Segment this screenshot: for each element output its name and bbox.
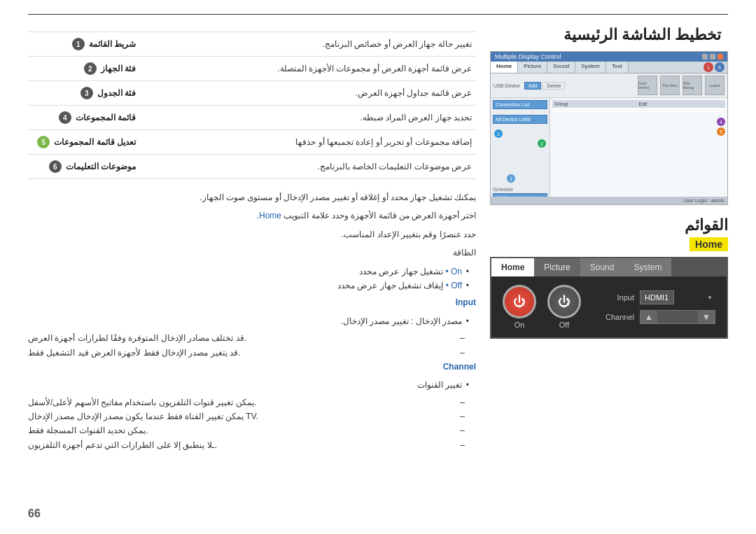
- feature-row-5: إضافة مجموعات أو تحرير أو إعادة تجميعها …: [28, 130, 476, 155]
- ss-tab-system[interactable]: System: [575, 62, 606, 73]
- ss-num-1: 1: [494, 129, 503, 138]
- feature-table-section: تغيير حالة جهاز العرض أو خصائص البرنامج.…: [28, 31, 476, 179]
- ss-all-devices[interactable]: All Device Listtb: [493, 115, 547, 124]
- feature-row-6: عرض موضوعات التعليمات الخاصة بالبرنامج. …: [28, 155, 476, 179]
- ss-icon-logout: Logout: [705, 76, 724, 95]
- tab-home[interactable]: Home: [491, 258, 534, 276]
- ss-tab-sound[interactable]: Sound: [547, 62, 575, 73]
- on-desc: تشغيل جهاز عرض محدد: [359, 267, 443, 276]
- intro-text: يمكنك تشغيل جهاز محدد أو إغلاقه أو تغيير…: [28, 190, 476, 204]
- on-item: On • تشغيل جهاز عرض محدد: [28, 265, 469, 279]
- ss-num-2: 2: [538, 139, 546, 148]
- off-item: Off • إيقاف تشغيل جهاز عرض محدد: [28, 279, 469, 293]
- numbered-label-2: فئة الجهاز 2: [84, 62, 136, 75]
- num-badge-1: 1: [72, 38, 85, 50]
- channel-increment-button[interactable]: ▼: [698, 311, 715, 323]
- feature-row-2: عرض قائمة أجهزة العرض أو مجموعات الأجهزة…: [28, 57, 476, 81]
- top-header: تغيير حالة جهاز العرض أو خصائص البرنامج.…: [28, 26, 728, 452]
- channel-sub4: ـلا ينطبق إلا على الطرازات التي تدعم أجه…: [28, 438, 465, 452]
- tab-system[interactable]: System: [624, 258, 671, 276]
- power-on-button[interactable]: ⏻: [503, 285, 536, 318]
- ss-tab-tool[interactable]: Tool: [606, 62, 629, 73]
- ss-num-4: 4: [717, 118, 725, 126]
- line4-text: الطاقة: [28, 246, 476, 260]
- off-desc: إيقاف تشغيل جهاز عرض محدد: [337, 281, 443, 290]
- ss-badge-1: 1: [704, 62, 713, 72]
- numbered-label-5: تعديل قائمة المجموعات 5: [37, 136, 136, 148]
- page-number: 66: [28, 507, 41, 520]
- input-select[interactable]: HDMI1 HDMI2: [640, 290, 674, 304]
- feature-desc-4: تحديد جهاز العرض المراد ضبطه.: [140, 106, 476, 130]
- channel-heading: Channel: [28, 360, 476, 374]
- feature-label-2: فئة الجهاز 2: [28, 57, 140, 81]
- feature-desc-2: عرض قائمة أجهزة العرض أو مجموعات الأجهزة…: [140, 57, 476, 81]
- tab-sound[interactable]: Sound: [580, 258, 624, 276]
- ss-title: Multiple Display Control: [495, 53, 561, 60]
- feature-row-1: تغيير حالة جهاز العرض أو خصائص البرنامج.…: [28, 32, 476, 57]
- ss-num-3: 3: [507, 174, 515, 183]
- power-on-label: On: [514, 321, 525, 329]
- feature-row-4: تحديد جهاز العرض المراد ضبطه. قائمة المج…: [28, 106, 476, 130]
- home-link: Home: [259, 211, 281, 220]
- ss-nav-tabs: Home Picture Sound System Tool 1 6: [491, 62, 727, 73]
- channel-list: تغيير القنوات: [28, 378, 476, 392]
- power-on-icon: ⏻: [513, 295, 526, 308]
- input-control-label: Input: [592, 293, 634, 302]
- ss-add-btn[interactable]: Add: [524, 82, 541, 90]
- home-panel: Home Picture Sound System ⏻ On: [490, 257, 728, 339]
- input-list: مصدر الإدخال : تغيير مصدر الإدخال.: [28, 314, 476, 328]
- section-title: القوائم: [490, 216, 728, 234]
- power-off-label: Off: [559, 321, 569, 329]
- num-badge-4: 4: [59, 111, 71, 124]
- ss-user-info: User Login : admin: [683, 198, 724, 203]
- home-panel-body: ⏻ On ⏻ Off Input: [491, 276, 727, 337]
- channel-sub3: يمكن تحديد القنوات المسجلة فقط.: [28, 423, 465, 437]
- channel-sub-list: يمكن تغيير قنوات التلفزيون باستخدام مفات…: [28, 395, 476, 453]
- ss-tab-picture[interactable]: Picture: [518, 62, 547, 73]
- input-heading: Input: [28, 295, 476, 309]
- ss-table-header: Group Edit: [552, 100, 725, 108]
- input-sub1: قد تختلف مصادر الإدخال المتوفرة وفقًا لط…: [28, 331, 465, 345]
- num-badge-5: 5: [37, 136, 50, 148]
- input-select-wrapper: HDMI1 HDMI2: [640, 290, 715, 304]
- channel-decrement-button[interactable]: ▲: [640, 311, 657, 323]
- numbered-label-3: فئة الجدول 3: [80, 87, 136, 99]
- feature-desc-6: عرض موضوعات التعليمات الخاصة بالبرنامج.: [140, 155, 476, 179]
- feature-row-3: عرض قائمة جداول أجهزة العرض. فئة الجدول …: [28, 81, 476, 106]
- num-badge-6: 6: [49, 160, 62, 173]
- feature-label-3: فئة الجدول 3: [28, 81, 140, 106]
- ss-delete-btn[interactable]: Delete: [542, 82, 565, 90]
- numbered-label-1: شريط القائمة 1: [72, 38, 136, 50]
- ss-main-area: Group Edit: [550, 98, 727, 205]
- ss-connection-list[interactable]: Connection List: [493, 100, 547, 109]
- ss-status-bar: User Login : admin: [491, 197, 727, 204]
- power-off-group: ⏻ Off: [547, 285, 581, 329]
- feature-label-4: قائمة المجموعات 4: [28, 106, 140, 130]
- line2-text: اختر أجهزة العرض من قائمة الأجهزة وحدد ع…: [28, 209, 476, 223]
- ss-icon-alarm: Allar Manag: [682, 76, 702, 95]
- feature-label-5: تعديل قائمة المجموعات 5: [28, 130, 140, 155]
- page-title: تخطيط الشاشة الرئيسية: [490, 26, 728, 44]
- tab-picture[interactable]: Picture: [534, 258, 580, 276]
- ss-toolbar: USB Device Add Delete Fault Device Pair …: [491, 73, 727, 98]
- power-on-group: ⏻ On: [503, 285, 536, 329]
- num-badge-2: 2: [84, 62, 97, 75]
- ss-num-5: 5: [717, 127, 725, 136]
- feature-label-6: موضوعات التعليمات 6: [28, 155, 140, 179]
- line3-text: حدد عنصرًا وقم بتغيير الإعداد المناسب.: [28, 227, 476, 241]
- ss-icon-fault: Fault Device: [638, 76, 657, 95]
- numbered-label-6: موضوعات التعليمات 6: [49, 160, 136, 173]
- ss-col-group: Group: [554, 101, 639, 106]
- power-off-button[interactable]: ⏻: [547, 285, 581, 318]
- home-controls: Input HDMI1 HDMI2 Channel ▲: [592, 290, 715, 324]
- power-off-icon: ⏻: [558, 295, 570, 308]
- ss-tab-home[interactable]: Home: [491, 62, 518, 73]
- ss-titlebar: Multiple Display Control: [491, 52, 727, 62]
- input-sub-list: قد تختلف مصادر الإدخال المتوفرة وفقًا لط…: [28, 331, 476, 360]
- left-column: تغيير حالة جهاز العرض أو خصائص البرنامج.…: [28, 26, 490, 452]
- input-item1: مصدر الإدخال : تغيير مصدر الإدخال.: [28, 314, 469, 328]
- home-panel-tabs: Home Picture Sound System: [491, 258, 727, 276]
- num-badge-3: 3: [80, 87, 93, 99]
- feature-desc-3: عرض قائمة جداول أجهزة العرض.: [140, 81, 476, 106]
- ss-badge-2: 6: [715, 62, 724, 72]
